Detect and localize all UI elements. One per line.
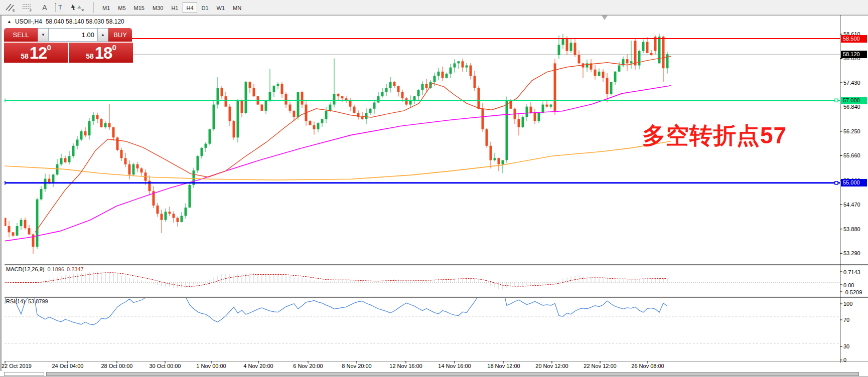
rsi-tick-70: 70 <box>843 317 849 323</box>
candle <box>606 78 609 94</box>
one-click-trading-panel: SELL ▼ ▲ BUY 58 12 0 58 18 0 <box>4 28 133 63</box>
candle <box>173 214 175 218</box>
candle <box>124 158 127 164</box>
rsi-tick-100: 100 <box>843 301 852 307</box>
ma-orange <box>5 141 671 180</box>
candle <box>438 72 440 76</box>
candle <box>377 96 380 102</box>
chart-annotation-text: 多空转折点57 <box>642 120 787 151</box>
price-tick-54.470: 54.470 <box>843 202 860 208</box>
candle <box>4 218 7 226</box>
price-tick-53.880: 53.880 <box>843 226 860 232</box>
candle <box>20 220 23 226</box>
candle <box>273 86 275 92</box>
volume-input[interactable] <box>49 28 97 42</box>
candle <box>313 125 316 129</box>
chart-shift-marker-icon[interactable] <box>602 16 608 20</box>
sell-price-display[interactable]: 58 12 0 <box>4 43 68 63</box>
price-tick-57.430: 57.430 <box>843 80 860 86</box>
candle <box>169 212 171 214</box>
candle <box>28 228 31 234</box>
candle <box>8 226 11 232</box>
candle <box>482 109 484 129</box>
candle <box>542 105 544 113</box>
candle <box>610 82 613 94</box>
scrollbar-thumb[interactable] <box>46 372 859 376</box>
candle <box>213 105 215 129</box>
candle <box>245 82 247 113</box>
candle <box>181 216 183 222</box>
candle <box>373 102 376 108</box>
candle <box>506 100 508 160</box>
candle <box>297 92 300 117</box>
candle <box>353 107 356 113</box>
candle <box>662 37 665 68</box>
candle <box>550 105 552 107</box>
candle <box>205 144 207 148</box>
buy-button[interactable]: BUY <box>108 28 132 42</box>
scrollbar-left-box[interactable] <box>4 372 44 376</box>
candle <box>88 121 91 135</box>
candle <box>177 218 179 222</box>
candle <box>72 146 75 156</box>
symbol-header: ▲ USOil-,H4 58.040 58.140 58.030 58.120 <box>7 18 124 25</box>
candle <box>534 113 536 121</box>
candle <box>136 164 139 168</box>
candle <box>442 72 444 78</box>
candle <box>638 51 641 66</box>
candle <box>84 131 87 135</box>
rsi-tick-0: 0 <box>843 357 846 363</box>
candle <box>112 127 115 138</box>
candle <box>100 119 103 127</box>
sell-button[interactable]: SELL <box>4 28 38 42</box>
candle <box>325 111 328 119</box>
price-tick-55.660: 55.660 <box>843 152 860 158</box>
macd-panel-area[interactable] <box>5 271 840 289</box>
candle <box>566 39 568 51</box>
time-label: 6 Nov 20:00 <box>293 363 323 369</box>
symbol-collapse-icon[interactable]: ▲ <box>7 19 12 24</box>
buy-price-display[interactable]: 58 18 0 <box>69 43 133 63</box>
price-badge-55.000: 55.000 <box>841 179 867 186</box>
candle <box>209 129 211 144</box>
volume-decrease-button[interactable]: ▼ <box>38 28 49 42</box>
candle <box>36 200 39 247</box>
candle <box>44 179 47 190</box>
candle <box>365 113 368 119</box>
candle <box>161 214 163 220</box>
time-label: 14 Nov 16:00 <box>438 363 471 369</box>
candle <box>341 96 344 98</box>
candle <box>92 115 95 121</box>
symbol-name: USOil-,H4 <box>15 18 42 25</box>
ohlc-values: 58.040 58.140 58.030 58.120 <box>46 18 124 25</box>
candle <box>486 129 488 146</box>
candle <box>165 212 167 220</box>
candle <box>301 92 304 105</box>
price-badge-57.000: 57.000 <box>841 97 867 104</box>
candle <box>666 54 669 68</box>
candle <box>522 117 524 127</box>
candle <box>185 208 187 216</box>
candle <box>602 72 605 78</box>
candle <box>68 156 71 162</box>
candle <box>140 168 143 172</box>
time-label: 1 Nov 00:00 <box>196 363 226 369</box>
candle <box>462 61 464 67</box>
candle <box>574 43 576 55</box>
candle <box>433 76 436 82</box>
candle <box>108 123 111 127</box>
price-badge-58.120: 58.120 <box>841 51 867 58</box>
candle <box>646 42 649 53</box>
candle <box>285 94 287 105</box>
candle <box>650 53 653 55</box>
candle <box>189 185 191 208</box>
volume-increase-button[interactable]: ▲ <box>97 28 108 42</box>
candle <box>337 94 340 96</box>
rsi-tick-30: 30 <box>843 343 849 349</box>
candle <box>64 158 67 162</box>
candle <box>397 86 400 92</box>
candle <box>225 96 227 107</box>
candle <box>132 164 135 175</box>
horizontal-scrollbar[interactable] <box>0 371 868 377</box>
candle <box>658 37 661 63</box>
